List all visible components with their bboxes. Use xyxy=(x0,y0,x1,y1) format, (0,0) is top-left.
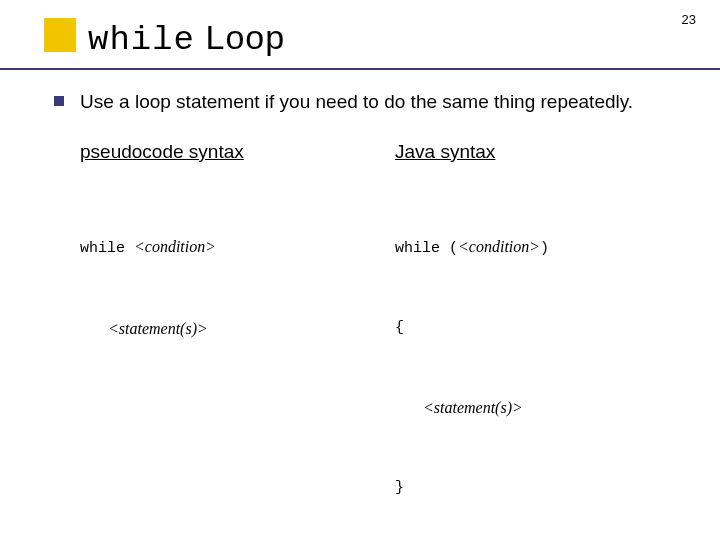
code-punct: ) xyxy=(540,240,549,257)
java-block: while (<condition>) { <statement(s)> } xyxy=(395,181,680,540)
syntax-columns: pseudocode syntax while <condition> <sta… xyxy=(80,141,680,540)
square-bullet-icon xyxy=(54,96,64,106)
pseudocode-column: pseudocode syntax while <condition> <sta… xyxy=(80,141,365,540)
slide-title-area: while Loop xyxy=(0,0,720,59)
code-placeholder: <statement(s)> xyxy=(108,320,208,337)
slide-title: while Loop xyxy=(44,18,720,59)
java-column: Java syntax while (<condition>) { <state… xyxy=(395,141,680,540)
code-line: <statement(s)> xyxy=(395,394,680,423)
pseudocode-heading: pseudocode syntax xyxy=(80,141,365,163)
title-word: Loop xyxy=(195,18,285,56)
slide-content: Use a loop statement if you need to do t… xyxy=(0,59,720,540)
title-keyword: while xyxy=(88,21,195,59)
code-placeholder: <condition> xyxy=(458,238,540,255)
code-placeholder: <condition> xyxy=(134,238,216,255)
code-line: } xyxy=(395,475,680,501)
code-punct: ( xyxy=(449,240,458,257)
pseudocode-block: while <condition> <statement(s)> xyxy=(80,181,365,397)
code-line: while <condition> xyxy=(80,233,365,262)
code-keyword: while xyxy=(395,240,449,257)
bullet-item: Use a loop statement if you need to do t… xyxy=(54,89,680,115)
bullet-text: Use a loop statement if you need to do t… xyxy=(80,89,633,115)
title-underline xyxy=(0,68,720,70)
code-line: <statement(s)> xyxy=(80,315,365,344)
code-keyword: while xyxy=(80,240,134,257)
code-placeholder: <statement(s)> xyxy=(423,399,523,416)
code-line: { xyxy=(395,315,680,341)
java-heading: Java syntax xyxy=(395,141,680,163)
code-line: while (<condition>) xyxy=(395,233,680,262)
